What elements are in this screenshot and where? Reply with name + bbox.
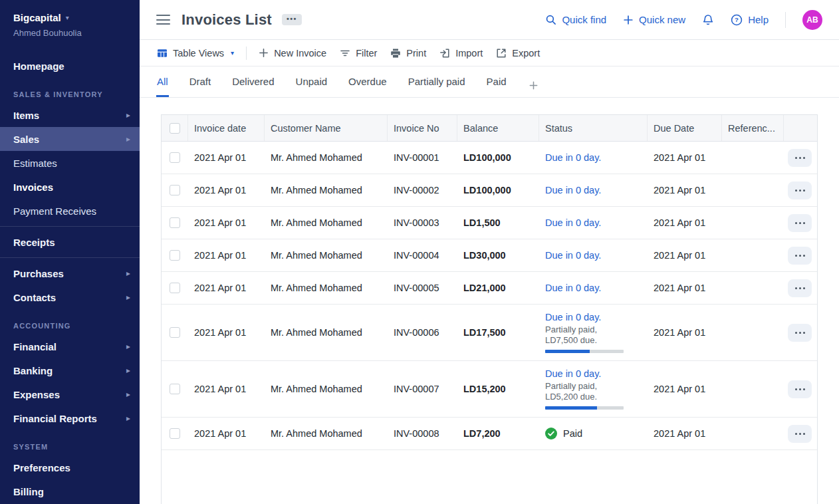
sidebar-item[interactable]: Contacts ▸	[0, 285, 140, 309]
sidebar-item[interactable]: Purchases ▸	[0, 261, 140, 285]
due-status-link[interactable]: Due in 0 day.	[545, 250, 601, 261]
tab[interactable]: All	[156, 76, 169, 97]
sidebar-item-label: ACCOUNTING	[13, 322, 71, 330]
row-actions-button[interactable]	[788, 425, 812, 443]
tab[interactable]: Overdue	[348, 76, 388, 97]
hamburger-menu-icon[interactable]	[156, 15, 170, 25]
tab[interactable]: Delivered	[231, 76, 275, 97]
row-checkbox[interactable]	[170, 152, 180, 163]
print-button[interactable]: Print	[384, 44, 433, 63]
table-row[interactable]: 2021 Apr 01 Mr. Ahmed Mohamed INV-00007 …	[162, 361, 817, 418]
filter-label: Filter	[356, 48, 377, 59]
row-actions-button[interactable]	[788, 324, 812, 342]
due-status-link[interactable]: Due in 0 day.	[545, 368, 601, 379]
balance-cell: LD100,000	[457, 142, 539, 174]
row-actions-button[interactable]	[788, 380, 812, 398]
help-button[interactable]: ? Help	[731, 14, 769, 26]
checkbox-cell	[162, 174, 188, 206]
column-header-balance[interactable]: Balance	[457, 115, 539, 141]
column-header-reference[interactable]: Referenc...	[722, 115, 784, 141]
column-header-due-date[interactable]: Due Date	[648, 115, 722, 141]
chevron-right-icon: ▸	[126, 414, 130, 423]
sidebar-item[interactable]: Financial ▸	[0, 334, 140, 358]
avatar[interactable]: AB	[802, 10, 822, 30]
plus-icon	[623, 15, 634, 25]
row-actions-button[interactable]	[788, 149, 812, 167]
sidebar-item-label: Banking	[13, 365, 53, 376]
sidebar-item[interactable]: Billing	[0, 479, 140, 503]
table-row[interactable]: 2021 Apr 01 Mr. Ahmed Mohamed INV-00006 …	[162, 305, 817, 361]
due-date-cell: 2021 Apr 01	[648, 174, 722, 206]
row-actions-button[interactable]	[788, 279, 812, 297]
due-status-link[interactable]: Due in 0 day.	[545, 312, 601, 322]
table-views-button[interactable]: Table Views ▾	[150, 44, 241, 63]
row-actions-button[interactable]	[788, 182, 812, 199]
sidebar-item-label: SYSTEM	[13, 443, 48, 451]
table-row[interactable]: 2021 Apr 01 Mr. Ahmed Mohamed INV-00003 …	[162, 207, 817, 239]
sidebar-item[interactable]: Financial Reports ▸	[0, 406, 140, 430]
sidebar-item-label: Items	[13, 110, 39, 121]
sidebar-item[interactable]: Preferences	[0, 455, 140, 479]
quick-find-button[interactable]: Quick find	[545, 14, 606, 25]
sidebar-item[interactable]: Banking ▸	[0, 358, 140, 382]
bell-icon	[702, 14, 714, 26]
export-button[interactable]: Export	[489, 44, 546, 63]
column-header-invoice-date[interactable]: Invoice date	[188, 115, 265, 141]
sidebar-item[interactable]: Sales ▸	[0, 127, 140, 151]
column-header-status[interactable]: Status	[539, 115, 648, 141]
sidebar-item[interactable]: Receipts	[0, 230, 140, 254]
chevron-right-icon: ▸	[126, 110, 130, 120]
due-status-link[interactable]: Due in 0 day.	[545, 185, 601, 195]
sidebar-item[interactable]: Items ▸	[0, 103, 140, 127]
row-checkbox[interactable]	[170, 384, 180, 394]
filter-button[interactable]: Filter	[333, 44, 384, 63]
sidebar-item[interactable]: Invoices	[0, 175, 140, 199]
due-status-link[interactable]: Due in 0 day.	[545, 283, 601, 293]
sidebar-item[interactable]: Expenses ▸	[0, 382, 140, 406]
row-checkbox[interactable]	[170, 217, 180, 228]
sidebar-item[interactable]: Homepage	[0, 54, 140, 78]
organization-switcher[interactable]: Bigcapital ▾	[13, 12, 126, 23]
due-date-cell: 2021 Apr 01	[648, 207, 722, 239]
title-more-button[interactable]: •••	[282, 14, 302, 25]
select-all-checkbox[interactable]	[170, 123, 180, 134]
sidebar-item[interactable]: Estimates	[0, 151, 140, 175]
row-checkbox[interactable]	[170, 327, 180, 338]
column-header-customer-name[interactable]: Customer Name	[265, 115, 388, 141]
due-status-link[interactable]: Due in 0 day.	[545, 152, 601, 163]
import-button[interactable]: Import	[433, 44, 489, 63]
tab[interactable]: Partially paid	[408, 76, 466, 97]
sidebar-item-label: Invoices	[13, 182, 53, 193]
sidebar-item-label: Financial	[13, 341, 57, 352]
paid-label: Paid	[563, 428, 582, 439]
customer-name-cell: Mr. Ahmed Mohamed	[265, 174, 388, 206]
new-invoice-button[interactable]: New Invoice	[252, 44, 333, 63]
tab[interactable]: Paid	[486, 76, 507, 97]
table-row[interactable]: 2021 Apr 01 Mr. Ahmed Mohamed INV-00002 …	[162, 174, 817, 207]
customer-name-cell: Mr. Ahmed Mohamed	[265, 305, 388, 360]
add-tab-button[interactable]	[527, 80, 540, 90]
quick-new-button[interactable]: Quick new	[623, 14, 685, 25]
row-checkbox[interactable]	[170, 283, 180, 293]
toolbar: Table Views ▾ New Invoice Filter Print I…	[140, 40, 839, 66]
row-checkbox[interactable]	[170, 250, 180, 261]
table-row[interactable]: 2021 Apr 01 Mr. Ahmed Mohamed INV-00001 …	[162, 142, 817, 174]
table-row[interactable]: 2021 Apr 01 Mr. Ahmed Mohamed INV-00008 …	[162, 418, 817, 450]
status-cell: Due in 0 day. Partially paid, LD7,500 du…	[539, 305, 648, 360]
notifications-button[interactable]	[702, 14, 714, 26]
tab[interactable]: Draft	[189, 76, 212, 97]
paid-status-badge: Paid	[545, 428, 582, 440]
column-header-invoice-no[interactable]: Invoice No	[388, 115, 457, 141]
tab[interactable]: Unpaid	[295, 76, 328, 97]
row-checkbox[interactable]	[170, 428, 180, 439]
sidebar-item-label: Homepage	[13, 61, 64, 72]
row-actions-button[interactable]	[788, 214, 812, 232]
row-checkbox[interactable]	[170, 185, 180, 195]
row-actions-button[interactable]	[788, 247, 812, 265]
actions-cell	[784, 142, 817, 174]
due-status-link[interactable]: Due in 0 day.	[545, 217, 601, 228]
sidebar-item[interactable]: Payment Receives	[0, 199, 140, 223]
table-row[interactable]: 2021 Apr 01 Mr. Ahmed Mohamed INV-00005 …	[162, 272, 817, 305]
table-row[interactable]: 2021 Apr 01 Mr. Ahmed Mohamed INV-00004 …	[162, 239, 817, 272]
chevron-right-icon: ▸	[126, 293, 130, 302]
